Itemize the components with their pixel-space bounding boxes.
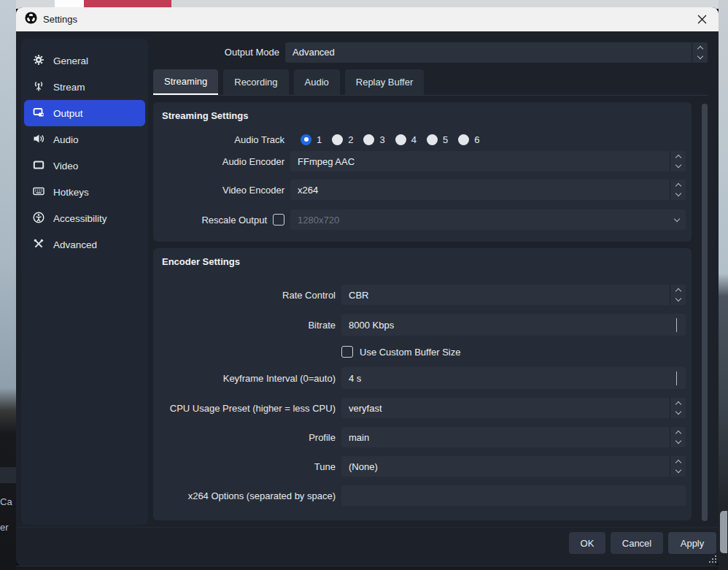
cpu-usage-preset-row: CPU Usage Preset (higher = less CPU) ver… xyxy=(160,398,686,418)
sidebar-item-stream[interactable]: Stream xyxy=(24,74,145,100)
accessibility-icon xyxy=(33,212,44,226)
chevron-up-down-icon[interactable] xyxy=(670,427,686,447)
keyframe-interval-label: Keyframe Interval (0=auto) xyxy=(160,373,336,384)
encoder-settings-group: Encoder Settings Rate Control CBR Bitrat… xyxy=(153,248,692,520)
background-right-strip xyxy=(719,0,728,570)
audio-encoder-value: FFmpeg AAC xyxy=(298,156,355,167)
custom-buffer-label: Use Custom Buffer Size xyxy=(360,347,460,358)
sidebar-item-audio[interactable]: Audio xyxy=(24,126,145,153)
chevron-up-down-icon[interactable] xyxy=(692,42,708,63)
audio-encoder-label: Audio Encoder xyxy=(160,156,284,167)
screen: Ca er Settings General Stream xyxy=(0,0,728,570)
sidebar-item-label: General xyxy=(53,55,88,66)
speaker-icon xyxy=(33,133,44,147)
gear-icon xyxy=(33,54,44,68)
audio-track-radio-2[interactable] xyxy=(332,134,343,145)
rescale-output-checkbox[interactable] xyxy=(273,214,284,226)
tab-label: Recording xyxy=(234,77,277,88)
audio-track-radio-4[interactable] xyxy=(395,134,406,145)
profile-row: Profile main xyxy=(160,427,686,447)
audio-encoder-select[interactable]: FFmpeg AAC xyxy=(290,151,686,172)
sidebar-item-accessibility[interactable]: Accessibility xyxy=(24,205,145,231)
chevron-up-down-icon[interactable] xyxy=(670,456,686,477)
x264-options-row: x264 Options (separated by space) xyxy=(160,485,686,506)
background-bottom-strip xyxy=(16,566,719,570)
tab-recording[interactable]: Recording xyxy=(223,69,288,95)
tab-label: Replay Buffer xyxy=(356,77,414,88)
keyframe-interval-value: 4 s xyxy=(349,373,361,384)
chevron-up-down-icon[interactable] xyxy=(670,180,686,200)
sidebar-item-label: Advanced xyxy=(53,239,97,250)
tune-value: (None) xyxy=(349,461,378,472)
background-band xyxy=(0,467,16,483)
rescale-output-label: Rescale Output xyxy=(201,215,267,226)
content-scrollbar[interactable] xyxy=(702,104,708,521)
tools-icon xyxy=(33,238,44,252)
chevron-down-icon[interactable] xyxy=(668,209,686,230)
sidebar-item-video[interactable]: Video xyxy=(24,153,145,179)
rate-control-select[interactable]: CBR xyxy=(341,285,686,305)
spin-down-icon[interactable] xyxy=(676,374,677,385)
keyframe-interval-row: Keyframe Interval (0=auto) 4 s xyxy=(160,367,686,389)
tune-select[interactable]: (None) xyxy=(341,456,686,477)
tab-label: Streaming xyxy=(164,76,207,87)
bitrate-value: 8000 Kbps xyxy=(349,320,394,331)
sidebar-item-output[interactable]: Output xyxy=(24,100,145,126)
rescale-output-combo[interactable]: 1280x720 xyxy=(290,209,686,230)
output-mode-select[interactable]: Advanced xyxy=(285,42,708,63)
chevron-up-down-icon[interactable] xyxy=(670,151,686,172)
sidebar: General Stream Output Audio Video Hotkey… xyxy=(21,39,148,525)
sidebar-item-general[interactable]: General xyxy=(24,47,145,74)
cpu-usage-preset-select[interactable]: veryfast xyxy=(341,398,686,418)
cancel-button[interactable]: Cancel xyxy=(611,532,663,554)
x264-options-label: x264 Options (separated by space) xyxy=(160,490,336,501)
footer-divider xyxy=(16,527,719,528)
output-mode-value: Advanced xyxy=(293,47,335,58)
sidebar-item-advanced[interactable]: Advanced xyxy=(24,231,145,258)
chevron-up-down-icon[interactable] xyxy=(670,285,686,305)
rescale-output-value: 1280x720 xyxy=(298,215,339,226)
profile-label: Profile xyxy=(160,432,336,443)
sidebar-item-hotkeys[interactable]: Hotkeys xyxy=(24,179,145,205)
background-scroll-pill xyxy=(720,511,727,553)
radio-label: 1 xyxy=(317,134,322,145)
video-encoder-select[interactable]: x264 xyxy=(290,180,686,200)
tab-replay-buffer[interactable]: Replay Buffer xyxy=(345,69,425,95)
audio-track-radio-5[interactable] xyxy=(427,134,438,145)
bitrate-label: Bitrate xyxy=(160,320,336,331)
tune-label: Tune xyxy=(160,461,336,472)
x264-options-input[interactable] xyxy=(341,485,686,506)
close-button[interactable] xyxy=(691,9,713,29)
background-left-strip: Ca er xyxy=(0,0,16,570)
profile-select[interactable]: main xyxy=(341,427,686,447)
audio-track-radio-1[interactable] xyxy=(301,134,311,145)
sidebar-item-label: Output xyxy=(53,108,83,119)
display-icon xyxy=(33,159,44,173)
keyboard-icon xyxy=(33,185,44,199)
tab-audio[interactable]: Audio xyxy=(294,69,340,95)
output-icon xyxy=(33,107,44,120)
apply-button[interactable]: Apply xyxy=(668,532,716,554)
bitrate-spinbox[interactable]: 8000 Kbps xyxy=(341,314,686,336)
bitrate-row: Bitrate 8000 Kbps xyxy=(160,314,686,336)
background-text-fragment: Ca xyxy=(0,496,12,507)
obs-logo-icon xyxy=(25,12,37,27)
radio-label: 2 xyxy=(348,134,353,145)
custom-buffer-checkbox[interactable] xyxy=(341,346,353,358)
tab-streaming[interactable]: Streaming xyxy=(153,69,218,95)
chevron-up-down-icon[interactable] xyxy=(670,398,686,418)
group-title: Streaming Settings xyxy=(162,110,248,121)
radio-label: 3 xyxy=(379,134,384,145)
audio-track-label: Audio Track xyxy=(160,134,284,145)
sidebar-item-label: Audio xyxy=(53,134,79,145)
ok-button[interactable]: OK xyxy=(569,532,605,554)
streaming-settings-group: Streaming Settings Audio Track 1 2 3 4 5… xyxy=(153,102,692,242)
audio-track-radio-3[interactable] xyxy=(363,134,374,145)
audio-encoder-row: Audio Encoder FFmpeg AAC xyxy=(160,151,686,172)
rate-control-row: Rate Control CBR xyxy=(160,285,686,305)
keyframe-interval-spinbox[interactable]: 4 s xyxy=(341,367,686,389)
audio-track-radio-6[interactable] xyxy=(458,134,469,145)
output-mode-row: Output Mode Advanced xyxy=(153,42,708,63)
spin-down-icon[interactable] xyxy=(676,320,677,331)
resize-grip[interactable] xyxy=(708,555,716,563)
